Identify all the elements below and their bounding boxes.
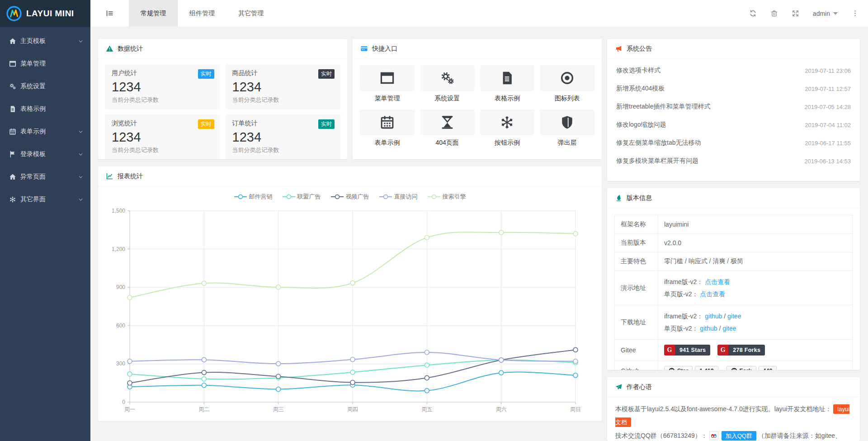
legend-item[interactable]: 邮件营销: [234, 193, 273, 201]
logo-icon: [6, 5, 22, 22]
quick-entry-popup-layer[interactable]: 弹出层: [540, 109, 594, 147]
stat-card: 用户统计实时1234当前分类总记录数: [105, 64, 220, 109]
legend-item[interactable]: 直接访问: [379, 193, 418, 201]
announcement-item[interactable]: 修改选项卡样式2019-07-11 23:06: [615, 62, 852, 80]
github-star-button[interactable]: Star: [664, 366, 693, 370]
table-row: 演示地址 iframe版-v2： 点击查看 单页版-v2： 点击查看: [615, 271, 853, 305]
chevron-down-icon: [78, 175, 83, 180]
demo-iframe-link[interactable]: 点击查看: [705, 278, 730, 285]
github-fork-count[interactable]: 440: [759, 366, 777, 370]
quick-entry-label: 404页面: [420, 139, 475, 147]
quick-entry-label: 表单示例: [360, 139, 415, 147]
announcement-item[interactable]: 修复多模块菜单栏展开有问题2019-06-13 14:53: [615, 152, 852, 170]
panel-title: 作者心语: [627, 383, 652, 391]
gitee-logo-icon: G: [717, 345, 728, 356]
collapse-menu-button[interactable]: [90, 0, 129, 27]
download-gitee-link[interactable]: gitee: [722, 325, 736, 332]
panel-version: 版本信息 框架名称 layuimini 当前版本 v2.0.0 主要特色 零门槛…: [607, 188, 860, 370]
gitee-forks-badge[interactable]: G 278 Forks: [717, 345, 765, 356]
chevron-down-icon: [78, 129, 83, 134]
panel-data-stats: 数据统计 用户统计实时1234当前分类总记录数商品统计实时1234当前分类总记录…: [98, 39, 347, 159]
legend-marker: [331, 194, 344, 199]
sidebar-item-label: 系统设置: [20, 82, 46, 90]
refresh-icon[interactable]: [749, 9, 757, 17]
stat-value: 1234: [112, 80, 213, 95]
quick-entry-icon-list[interactable]: 图标列表: [540, 65, 594, 103]
github-icon: [669, 368, 675, 370]
chevron-down-icon: [78, 197, 83, 202]
sidebar-item-menu-management[interactable]: 菜单管理: [0, 52, 90, 75]
github-star-count[interactable]: 1,419: [695, 366, 718, 370]
calendar-icon: [360, 109, 415, 135]
svg-text:周六: 周六: [496, 406, 507, 413]
download-github-link[interactable]: github: [700, 325, 717, 332]
current-version: v2.0.0: [658, 234, 853, 252]
announcement-item[interactable]: 新增系统404模板2019-07-11 12:57: [615, 80, 852, 98]
quick-entry-form-example[interactable]: 表单示例: [360, 109, 415, 147]
sidebar-item-label: 表单示例: [20, 128, 46, 136]
join-qq-group-badge[interactable]: 加入QQ群: [722, 431, 756, 441]
panel-quick-entry-header: 快捷入口: [353, 39, 602, 59]
more-vertical-icon[interactable]: [851, 9, 859, 17]
download-github-link[interactable]: github: [705, 313, 722, 320]
quick-entry-table-example[interactable]: 表格示例: [480, 65, 535, 103]
dot-circle-icon: [540, 65, 594, 91]
report-chart-svg: 03006009001,2001,500周一周二周三周四周五周六周日: [104, 204, 596, 417]
status-badge: 实时: [198, 119, 214, 129]
sidebar-item-error-pages[interactable]: 异常页面: [0, 166, 90, 188]
gitee-stars-badge[interactable]: G 941 Stars: [664, 345, 710, 356]
trash-icon[interactable]: [770, 9, 778, 17]
sidebar-item-system-settings[interactable]: 系统设置: [0, 75, 90, 98]
quick-entry-page-404[interactable]: 404页面: [420, 109, 475, 147]
demo-links: iframe版-v2： 点击查看 单页版-v2： 点击查看: [658, 271, 853, 305]
flag-icon: [9, 151, 16, 158]
version-table: 框架名称 layuimini 当前版本 v2.0.0 主要特色 零门槛 / 响应…: [614, 215, 853, 370]
legend-item[interactable]: 搜索引擎: [428, 193, 466, 201]
panel-title: 数据统计: [118, 45, 143, 53]
quick-entry-menu-management[interactable]: 菜单管理: [360, 65, 415, 103]
demo-spa-link[interactable]: 点击查看: [700, 290, 725, 298]
sidebar-item-home-template[interactable]: 主页模板: [0, 30, 90, 52]
sidebar-item-form-example[interactable]: 表单示例: [0, 120, 90, 143]
legend-item[interactable]: 视频广告: [331, 193, 369, 201]
quick-entry-system-settings[interactable]: 系统设置: [420, 65, 475, 103]
announcement-text: 新增系统404模板: [616, 85, 665, 93]
file-icon: [480, 65, 535, 91]
panel-announcements: 系统公告 修改选项卡样式2019-07-11 23:06新增系统404模板201…: [607, 39, 860, 181]
sidebar-item-login-template[interactable]: 登录模板: [0, 143, 90, 166]
panel-author-words-header: 作者心语: [607, 377, 860, 397]
tab-components[interactable]: 组件管理: [178, 0, 226, 27]
sidebar-item-other-interface[interactable]: 其它界面: [0, 188, 90, 211]
legend-item[interactable]: 联盟广告: [283, 193, 321, 201]
github-fork-button[interactable]: Fork: [726, 366, 756, 370]
home-icon: [9, 173, 16, 180]
quick-entry-label: 按钮示例: [480, 139, 535, 147]
tab-general[interactable]: 常规管理: [129, 0, 178, 27]
stat-caption: 当前分类总记录数: [112, 96, 213, 104]
tab-other[interactable]: 其它管理: [226, 0, 275, 27]
sidebar-item-table-example[interactable]: 表格示例: [0, 98, 90, 120]
calendar-icon: [9, 128, 16, 135]
user-dropdown[interactable]: admin: [813, 10, 838, 17]
stat-caption: 当前分类总记录数: [232, 96, 334, 104]
stat-caption: 当前分类总记录数: [112, 146, 213, 154]
svg-text:周五: 周五: [421, 406, 432, 413]
github-fork-widget: Fork 440: [726, 366, 777, 370]
quick-entry-button-example[interactable]: 按钮示例: [480, 109, 535, 147]
table-row: 框架名称 layuimini: [615, 215, 853, 234]
chart-legend: 邮件营销联盟广告视频广告直接访问搜索引擎: [104, 189, 596, 204]
card-icon: [360, 45, 368, 52]
panel-author-words: 作者心语 本模板基于layui2.5.4以及font-awesome-4.7.0…: [607, 377, 860, 441]
quick-entry-label: 系统设置: [420, 95, 475, 103]
qq-group-icon: [709, 431, 718, 440]
announcement-item[interactable]: 修改logo缩放问题2019-07-04 11:02: [615, 116, 852, 134]
download-gitee-link[interactable]: gitee: [727, 313, 741, 320]
app-logo[interactable]: LAYUI MINI: [0, 0, 90, 27]
announcement-item[interactable]: 新增treetable插件和菜单管理样式2019-07-05 14:28: [615, 98, 852, 116]
quick-entry-label: 表格示例: [480, 95, 535, 103]
download-links: iframe版-v2： github / gitee 单页版-v2： githu…: [658, 305, 853, 340]
announcement-item[interactable]: 修复左侧菜单缩放tab无法移动2019-06-17 11:55: [615, 134, 852, 152]
fullscreen-icon[interactable]: [792, 9, 799, 17]
announcement-time: 2019-07-04 11:02: [805, 122, 851, 128]
stat-caption: 当前分类总记录数: [232, 146, 334, 154]
